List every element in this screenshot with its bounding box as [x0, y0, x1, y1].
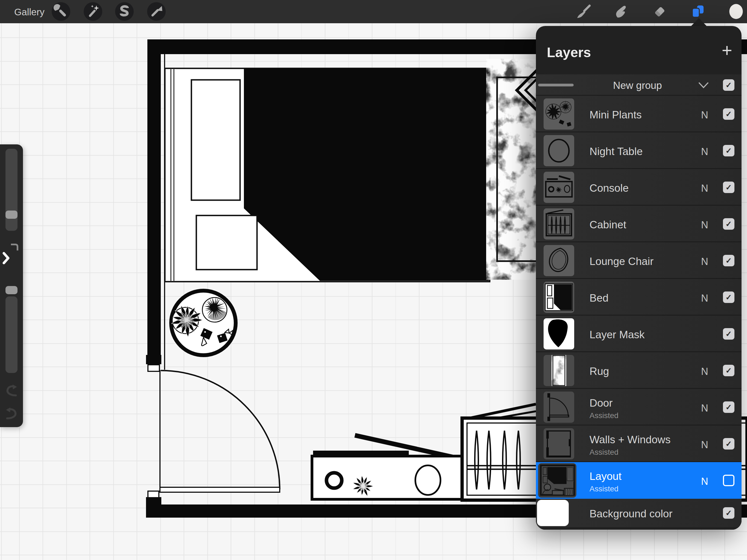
blend-mode-badge[interactable]: N	[701, 292, 708, 304]
visibility-checkbox[interactable]: ✓	[723, 218, 735, 230]
chevron-down-icon[interactable]	[697, 81, 710, 90]
layer-thumbnail	[544, 245, 574, 276]
group-drag-line	[538, 84, 574, 86]
layer-thumbnail	[538, 463, 576, 498]
visibility-checkbox[interactable]: ✓	[723, 108, 735, 120]
layer-row-rug[interactable]: Rug N ✓	[536, 352, 742, 389]
redo-button[interactable]	[4, 407, 19, 421]
modify-bracket-icon	[11, 245, 18, 251]
layer-name: Rug	[590, 365, 609, 377]
layer-thumbnail	[544, 208, 574, 239]
visibility-checkbox[interactable]: ✓	[723, 438, 735, 450]
layer-name: Bed	[590, 292, 609, 304]
layer-row-walls-windows[interactable]: Walls + Windows Assisted N ✓	[536, 426, 742, 462]
visibility-checkbox[interactable]: ✓	[723, 401, 735, 413]
blend-mode-badge[interactable]: N	[701, 476, 708, 487]
visibility-checkbox[interactable]: ✓	[723, 507, 735, 519]
layer-name: Console	[590, 182, 628, 194]
color-swatch-button[interactable]	[727, 2, 745, 21]
layers-popover-arrow	[691, 18, 707, 26]
undo-button[interactable]	[4, 384, 19, 398]
layer-row-night-table[interactable]: Night Table N ✓	[536, 132, 742, 169]
layer-name: Cabinet	[590, 219, 626, 231]
visibility-checkbox[interactable]: ✓	[723, 365, 735, 376]
chevron-right-icon	[4, 253, 8, 263]
layer-name: Mini Plants	[590, 109, 642, 121]
undo-arrow-icon	[4, 384, 19, 397]
layer-row-console[interactable]: Console N ✓	[536, 169, 742, 206]
actions-button[interactable]	[52, 2, 70, 21]
procreate-app: Gallery	[0, 0, 747, 560]
brush-icon	[575, 3, 592, 20]
selection-s-icon	[117, 4, 132, 19]
assisted-badge: Assisted	[590, 411, 618, 420]
layer-name: Layer Mask	[590, 329, 645, 341]
blend-mode-badge[interactable]: N	[701, 256, 708, 268]
layer-name: Door	[590, 397, 613, 409]
blend-mode-badge[interactable]: N	[701, 109, 708, 121]
visibility-checkbox[interactable]: ✓	[723, 291, 735, 303]
wrench-icon	[53, 4, 69, 19]
blend-mode-badge[interactable]: N	[701, 219, 708, 231]
console-layer	[312, 435, 464, 499]
gallery-button[interactable]: Gallery	[14, 6, 45, 18]
background-row-label: Background color	[590, 508, 673, 520]
active-color-circle	[727, 3, 745, 20]
brush-tool-button[interactable]	[574, 2, 593, 21]
eraser-icon	[651, 3, 668, 20]
visibility-checkbox[interactable]: ✓	[723, 328, 735, 339]
layer-group-row[interactable]: New group ✓	[536, 74, 742, 96]
opacity-handle[interactable]	[5, 286, 18, 294]
brush-size-handle[interactable]	[5, 210, 18, 219]
assisted-badge: Assisted	[590, 485, 618, 493]
layer-row-door[interactable]: Door Assisted N ✓	[536, 389, 742, 426]
blend-mode-badge[interactable]: N	[701, 183, 708, 194]
modify-button[interactable]	[0, 240, 23, 271]
group-visibility-checkbox[interactable]: ✓	[723, 79, 735, 91]
layer-row-bed[interactable]: Bed N ✓	[536, 279, 742, 315]
background-color-row[interactable]: Background color ✓	[536, 499, 742, 527]
visibility-checkbox-unchecked[interactable]	[723, 475, 735, 486]
layer-thumbnail	[544, 282, 574, 313]
brush-sidebar	[0, 144, 23, 427]
visibility-checkbox[interactable]: ✓	[723, 145, 735, 156]
layer-thumbnail	[544, 428, 574, 459]
layer-name: Night Table	[590, 146, 643, 157]
selection-button[interactable]	[115, 2, 134, 21]
smudge-finger-icon	[613, 3, 630, 20]
layer-name: Layout	[590, 470, 621, 482]
layer-row-mini-plants[interactable]: Mini Plants N ✓	[536, 96, 742, 132]
layers-panel: Layers + New group ✓	[536, 26, 742, 530]
layers-panel-header: Layers +	[536, 26, 742, 74]
layer-list: New group ✓	[536, 74, 742, 530]
transform-button[interactable]	[147, 2, 166, 21]
layer-row-layer-mask[interactable]: Layer Mask ✓	[536, 315, 742, 352]
layer-thumbnail	[544, 172, 574, 203]
visibility-checkbox[interactable]: ✓	[723, 255, 735, 266]
layer-thumbnail	[544, 391, 574, 423]
top-toolbar: Gallery	[0, 0, 747, 23]
door-layer	[148, 365, 280, 498]
assisted-badge: Assisted	[590, 448, 618, 457]
visibility-checkbox[interactable]: ✓	[723, 182, 735, 193]
blend-mode-badge[interactable]: N	[701, 403, 708, 414]
opacity-slider[interactable]	[5, 297, 18, 373]
layer-thumbnail	[544, 98, 574, 130]
adjustments-button[interactable]	[84, 2, 102, 21]
layers-title: Layers	[547, 45, 591, 60]
add-layer-button[interactable]: +	[722, 41, 732, 59]
bed-layer	[165, 68, 490, 282]
mask-thumbnail	[544, 318, 574, 350]
blend-mode-badge[interactable]: N	[701, 366, 708, 377]
blend-mode-badge[interactable]: N	[701, 146, 708, 157]
layer-thumbnail	[544, 355, 574, 386]
magic-wand-icon	[85, 4, 101, 19]
background-color-swatch	[537, 500, 569, 526]
layer-row-layout-selected[interactable]: Layout Assisted N	[536, 462, 742, 499]
layer-row-lounge-chair[interactable]: Lounge Chair N ✓	[536, 242, 742, 279]
layer-row-cabinet[interactable]: Cabinet N ✓	[536, 206, 742, 242]
smudge-tool-button[interactable]	[612, 2, 630, 21]
blend-mode-badge[interactable]: N	[701, 439, 708, 451]
eraser-tool-button[interactable]	[650, 2, 669, 21]
layer-thumbnail	[544, 135, 574, 166]
